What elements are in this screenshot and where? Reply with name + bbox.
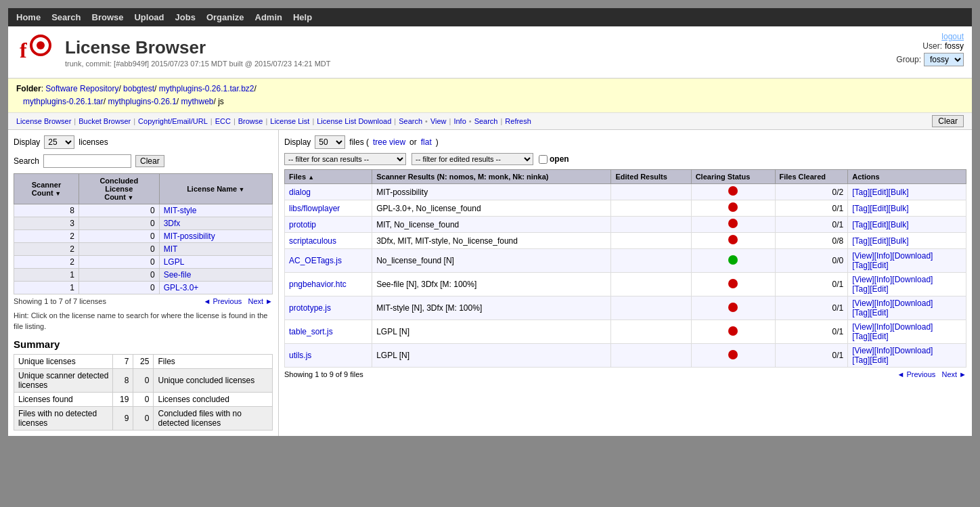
action-info[interactable]: [Info] [874, 346, 893, 355]
sub-navigation: License Browser | Bucket Browser | Copyr… [8, 113, 972, 130]
action-edit[interactable]: [Edit] [870, 188, 888, 197]
action-edit[interactable]: [Edit] [870, 236, 888, 246]
files-next[interactable]: Next ► [941, 370, 966, 378]
license-link[interactable]: MIT [164, 244, 178, 254]
subnav-license-browser[interactable]: License Browser [16, 117, 71, 125]
action-edit[interactable]: [Edit] [870, 332, 888, 341]
action-bulk[interactable]: [Bulk] [889, 188, 909, 197]
nav-upload[interactable]: Upload [134, 12, 164, 22]
action-tag[interactable]: [Tag] [852, 261, 870, 270]
nav-browse[interactable]: Browse [92, 12, 124, 22]
files-prev[interactable]: ◄ Previous [897, 370, 936, 378]
file-link[interactable]: table_sort.js [289, 327, 333, 336]
file-link[interactable]: prototip [289, 220, 316, 229]
license-link[interactable]: See-file [164, 270, 192, 280]
action-tag[interactable]: [Tag] [852, 308, 870, 317]
license-link[interactable]: GPL-3.0+ [164, 283, 199, 292]
action-view[interactable]: [View] [852, 322, 874, 332]
action-edit[interactable]: [Edit] [870, 355, 888, 365]
action-edit[interactable]: [Edit] [870, 284, 888, 294]
search-input[interactable] [43, 154, 131, 168]
action-tag[interactable]: [Tag] [852, 188, 870, 197]
breadcrumb-mythweb[interactable]: mythweb [181, 97, 213, 106]
action-bulk[interactable]: [Bulk] [889, 204, 909, 213]
action-tag[interactable]: [Tag] [852, 204, 870, 213]
subnav-info[interactable]: Info [453, 117, 466, 125]
license-next[interactable]: Next ► [248, 297, 273, 305]
action-tag[interactable]: [Tag] [852, 236, 870, 246]
breadcrumb-software-repository[interactable]: Software Repository [45, 84, 118, 93]
subnav-browse[interactable]: Browse [238, 117, 263, 125]
display-select[interactable]: 25 10 50 100 [44, 135, 74, 149]
subnav-bucket-browser[interactable]: Bucket Browser [79, 117, 131, 125]
nav-jobs[interactable]: Jobs [175, 12, 196, 22]
filter-edit-select[interactable]: -- filter for edited results -- [411, 153, 533, 165]
action-download[interactable]: [Download] [892, 251, 933, 261]
subnav-search2[interactable]: Search [474, 117, 498, 125]
action-bulk[interactable]: [Bulk] [889, 236, 909, 246]
action-download[interactable]: [Download] [892, 346, 933, 355]
action-tag[interactable]: [Tag] [852, 220, 870, 229]
file-link[interactable]: pngbehavior.htc [289, 280, 347, 289]
license-link[interactable]: MIT-style [164, 206, 197, 215]
subnav-license-list-download[interactable]: License List Download [317, 117, 391, 125]
action-tag[interactable]: [Tag] [852, 332, 870, 341]
action-edit[interactable]: [Edit] [870, 220, 888, 229]
file-link[interactable]: libs/flowplayer [289, 204, 340, 213]
license-prev[interactable]: ◄ Previous [204, 297, 242, 305]
action-edit[interactable]: [Edit] [870, 261, 888, 270]
logout-link[interactable]: logout [941, 32, 964, 41]
file-link[interactable]: AC_OETags.js [289, 256, 342, 265]
breadcrumb-tar[interactable]: mythplugins-0.26.1.tar [23, 97, 104, 106]
license-link[interactable]: LGPL [164, 257, 185, 267]
breadcrumb-dir[interactable]: mythplugins-0.26.1 [108, 97, 176, 106]
subnav-search[interactable]: Search [399, 117, 422, 125]
main-clear-button[interactable]: Clear [932, 115, 964, 127]
action-download[interactable]: [Download] [892, 299, 933, 308]
action-view[interactable]: [View] [852, 299, 874, 308]
subnav-ecc[interactable]: ECC [215, 117, 231, 125]
clear-button[interactable]: Clear [135, 155, 164, 167]
filter-scan-select[interactable]: -- filter for scan results -- [284, 153, 406, 165]
nav-organize[interactable]: Organize [206, 12, 244, 22]
action-info[interactable]: [Info] [874, 299, 893, 308]
action-view[interactable]: [View] [852, 346, 874, 355]
action-info[interactable]: [Info] [874, 275, 893, 284]
nav-home[interactable]: Home [16, 12, 41, 22]
actions-cell: [Tag][Edit][Bulk] [848, 200, 966, 217]
subnav-view[interactable]: View [430, 117, 447, 125]
action-edit[interactable]: [Edit] [870, 308, 888, 317]
action-info[interactable]: [Info] [874, 251, 893, 261]
file-link[interactable]: prototype.js [289, 303, 331, 313]
nav-search[interactable]: Search [51, 12, 81, 22]
subnav-refresh[interactable]: Refresh [505, 117, 531, 125]
scanner-results-cell: LGPL [N] [372, 320, 611, 344]
open-checkbox[interactable] [539, 155, 548, 164]
file-link[interactable]: dialog [289, 188, 311, 197]
right-display-select[interactable]: 50 10 25 100 [315, 135, 345, 149]
nav-admin[interactable]: Admin [255, 12, 282, 22]
license-link[interactable]: 3Dfx [164, 219, 181, 228]
breadcrumb-bobgtest[interactable]: bobgtest [123, 84, 154, 93]
action-download[interactable]: [Download] [892, 275, 933, 284]
file-link[interactable]: utils.js [289, 351, 311, 360]
action-tag[interactable]: [Tag] [852, 355, 870, 365]
action-bulk[interactable]: [Bulk] [889, 220, 909, 229]
action-view[interactable]: [View] [852, 251, 874, 261]
license-link[interactable]: MIT-possibility [164, 232, 215, 241]
group-select[interactable]: fossy [924, 53, 964, 66]
subnav-license-list[interactable]: License List [270, 117, 309, 125]
action-download[interactable]: [Download] [892, 322, 933, 332]
summary-label2: Concluded files with no detected license… [154, 407, 273, 431]
subnav-copyright[interactable]: Copyright/Email/URL [138, 117, 208, 125]
action-info[interactable]: [Info] [874, 322, 893, 332]
action-tag[interactable]: [Tag] [852, 284, 870, 294]
file-link[interactable]: scriptaculous [289, 236, 336, 246]
breadcrumb-tar-bz2[interactable]: mythplugins-0.26.1.tar.bz2 [159, 84, 254, 93]
action-view[interactable]: [View] [852, 275, 874, 284]
title-block: License Browser trunk, commit: [#abb949f… [65, 37, 331, 68]
action-edit[interactable]: [Edit] [870, 204, 888, 213]
summary-row: Files with no detected licenses 9 0 Conc… [14, 407, 273, 431]
summary-val1: 8 [113, 369, 133, 393]
nav-help[interactable]: Help [293, 12, 312, 22]
